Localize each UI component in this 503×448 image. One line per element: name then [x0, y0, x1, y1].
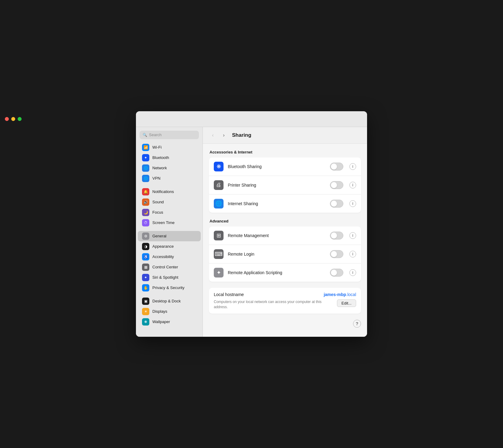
sidebar-icon-accessibility: ♿	[142, 253, 149, 260]
sidebar-items-container: 📶Wi-Fi✦Bluetooth🌐Network🌐VPN🔔Notificatio…	[136, 142, 203, 327]
hostname-description: Computers on your local network can acce…	[214, 299, 334, 310]
sidebar-label-focus: Focus	[152, 210, 163, 215]
sidebar-item-notifications[interactable]: 🔔Notifications	[138, 187, 201, 197]
sidebar-item-displays[interactable]: ☀Displays	[138, 306, 201, 317]
sidebar-item-siri-spotlight[interactable]: ✦Siri & Spotlight	[138, 272, 201, 283]
row-remote-management: ⊞Remote Managementi	[209, 226, 361, 245]
sidebar-icon-focus: 🌙	[142, 209, 149, 216]
sidebar-item-wallpaper[interactable]: ❋Wallpaper	[138, 317, 201, 327]
search-box[interactable]: 🔍 Search	[140, 131, 199, 139]
info-btn-remote-login[interactable]: i	[349, 251, 356, 257]
row-label-printer-sharing: Printer Sharing	[228, 183, 326, 188]
toggle-knob-internet-sharing	[331, 201, 337, 207]
info-btn-internet-sharing[interactable]: i	[349, 200, 356, 207]
titlebar	[136, 111, 367, 127]
main-sections-container: Accessories & Internet❋Bluetooth Sharing…	[209, 150, 361, 282]
sidebar-icon-wallpaper: ❋	[142, 318, 149, 326]
sidebar-icon-appearance: ◑	[142, 243, 149, 250]
sidebar-item-control-center[interactable]: ▦Control Center	[138, 262, 201, 272]
info-btn-bluetooth-sharing[interactable]: i	[349, 163, 356, 170]
sidebar-icon-bluetooth: ✦	[142, 154, 149, 161]
sidebar-label-vpn: VPN	[152, 176, 161, 181]
row-label-bluetooth-sharing: Bluetooth Sharing	[228, 164, 326, 169]
info-btn-remote-app-scripting[interactable]: i	[349, 269, 356, 276]
hostname-bold: james-mbp	[324, 292, 346, 297]
sidebar-label-wifi: Wi-Fi	[152, 145, 161, 150]
row-icon-remote-login: ⌨	[214, 249, 224, 259]
forward-button[interactable]: ›	[220, 131, 228, 139]
sidebar-icon-control-center: ▦	[142, 264, 149, 271]
sidebar-label-desktop-dock: Desktop & Dock	[152, 299, 181, 303]
main-header: ‹ › Sharing	[203, 127, 367, 144]
sidebar-icon-screen-time: ⏱	[142, 219, 149, 226]
info-btn-remote-management[interactable]: i	[349, 232, 356, 239]
page-title: Sharing	[232, 132, 251, 138]
edit-hostname-button[interactable]: Edit...	[337, 299, 356, 307]
row-label-remote-management: Remote Management	[228, 233, 326, 238]
sidebar-item-wifi[interactable]: 📶Wi-Fi	[138, 142, 201, 153]
sidebar-item-accessibility[interactable]: ♿Accessibility	[138, 252, 201, 262]
section-label-advanced: Advanced	[209, 219, 361, 223]
help-btn-container: ?	[209, 320, 361, 331]
row-printer-sharing: 🖨Printer Sharingi	[209, 176, 361, 194]
toggle-remote-app-scripting[interactable]	[330, 269, 343, 277]
toggle-knob-printer-sharing	[331, 182, 337, 188]
hostname-suffix: .local	[346, 292, 356, 297]
row-label-internet-sharing: Internet Sharing	[228, 201, 326, 206]
toggle-remote-login[interactable]	[330, 250, 343, 258]
sidebar-label-bluetooth: Bluetooth	[152, 155, 169, 160]
help-button[interactable]: ?	[353, 320, 361, 328]
sidebar-label-appearance: Appearance	[152, 244, 174, 249]
search-placeholder: Search	[149, 133, 161, 137]
row-remote-app-scripting: ✦Remote Application Scriptingi	[209, 263, 361, 282]
sidebar-icon-privacy-security: ✋	[142, 284, 149, 291]
main-window: 🔍 Search 📶Wi-Fi✦Bluetooth🌐Network🌐VPN🔔No…	[136, 111, 367, 337]
toggle-internet-sharing[interactable]	[330, 200, 343, 208]
info-btn-printer-sharing[interactable]: i	[349, 182, 356, 188]
toggle-bluetooth-sharing[interactable]	[330, 163, 343, 171]
toggle-printer-sharing[interactable]	[330, 181, 343, 189]
sidebar-item-network[interactable]: 🌐Network	[138, 163, 201, 173]
row-label-remote-login: Remote Login	[228, 252, 326, 257]
sidebar-item-appearance[interactable]: ◑Appearance	[138, 241, 201, 252]
toggle-knob-bluetooth-sharing	[331, 164, 337, 170]
toggle-knob-remote-login	[331, 251, 337, 257]
row-icon-printer-sharing: 🖨	[214, 180, 224, 190]
hostname-label: Local hostname	[214, 292, 244, 297]
sidebar-label-accessibility: Accessibility	[152, 254, 174, 259]
sidebar: 🔍 Search 📶Wi-Fi✦Bluetooth🌐Network🌐VPN🔔No…	[136, 127, 203, 337]
row-icon-remote-management: ⊞	[214, 231, 224, 240]
sidebar-item-vpn[interactable]: 🌐VPN	[138, 173, 201, 184]
sidebar-label-displays: Displays	[152, 309, 167, 314]
search-container: 🔍 Search	[136, 131, 203, 142]
sidebar-label-siri-spotlight: Siri & Spotlight	[152, 275, 178, 280]
sidebar-item-focus[interactable]: 🌙Focus	[138, 207, 201, 218]
sidebar-icon-sound: 🔊	[142, 198, 149, 206]
sidebar-item-screen-time[interactable]: ⏱Screen Time	[138, 218, 201, 228]
hostname-card: Local hostname james-mbp.local Computers…	[209, 288, 361, 314]
main-content-area: ‹ › Sharing Accessories & Internet❋Bluet…	[203, 127, 367, 337]
row-label-remote-app-scripting: Remote Application Scripting	[228, 270, 326, 275]
content-scroll: Accessories & Internet❋Bluetooth Sharing…	[203, 144, 367, 337]
sidebar-item-desktop-dock[interactable]: ▣Desktop & Dock	[138, 296, 201, 306]
toggle-remote-management[interactable]	[330, 232, 343, 240]
sidebar-icon-desktop-dock: ▣	[142, 298, 149, 305]
sidebar-item-privacy-security[interactable]: ✋Privacy & Security	[138, 283, 201, 293]
sidebar-label-privacy-security: Privacy & Security	[152, 285, 184, 290]
sidebar-item-general[interactable]: ⚙General	[138, 231, 201, 241]
sidebar-label-general: General	[152, 234, 166, 238]
row-icon-bluetooth-sharing: ❋	[214, 162, 224, 171]
hostname-value: james-mbp.local	[324, 292, 356, 297]
section-card-advanced: ⊞Remote Managementi⌨Remote Logini✦Remote…	[209, 226, 361, 282]
search-icon: 🔍	[143, 133, 147, 137]
sidebar-item-bluetooth[interactable]: ✦Bluetooth	[138, 153, 201, 163]
back-button[interactable]: ‹	[209, 131, 217, 139]
sidebar-icon-wifi: 📶	[142, 144, 149, 151]
row-remote-login: ⌨Remote Logini	[209, 245, 361, 263]
sidebar-icon-siri-spotlight: ✦	[142, 274, 149, 281]
sidebar-item-sound[interactable]: 🔊Sound	[138, 197, 201, 207]
sidebar-label-wallpaper: Wallpaper	[152, 319, 170, 324]
sidebar-label-sound: Sound	[152, 200, 164, 204]
sidebar-label-screen-time: Screen Time	[152, 220, 175, 225]
row-bluetooth-sharing: ❋Bluetooth Sharingi	[209, 157, 361, 176]
